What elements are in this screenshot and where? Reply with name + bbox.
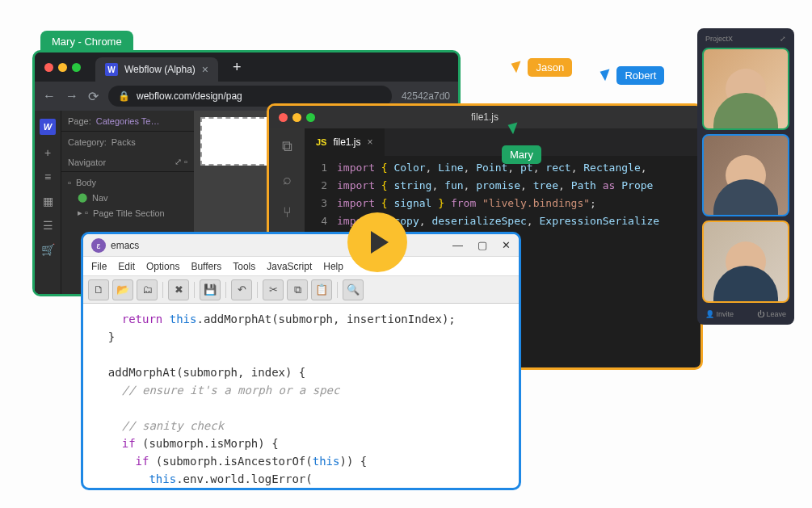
cart-icon[interactable]: 🛒 [41,243,55,256]
back-icon[interactable]: ← [43,89,56,103]
tab-close-icon[interactable]: × [367,136,372,148]
webflow-sidebar: W + ≡ ▦ ☰ 🛒 [35,111,61,294]
emacs-titlebar: ε emacs — ▢ ✕ [83,234,519,257]
vscode-titlebar: file1.js [269,106,701,128]
minimize-icon[interactable] [292,113,301,122]
window-title: emacs [111,240,139,251]
video-tile-jason[interactable] [702,220,789,303]
play-button[interactable] [347,212,407,272]
cursor-icon [600,67,614,81]
menu-bar: File Edit Options Buffers Tools JavaScri… [83,257,519,276]
avatar [726,241,766,282]
webflow-favicon-icon: W [105,63,118,76]
tab-close-icon[interactable]: × [202,63,208,76]
menu-help[interactable]: Help [323,261,343,272]
explorer-icon[interactable]: ⧉ [282,138,292,155]
settings-icon[interactable]: ▦ [43,195,53,208]
folder-icon[interactable]: 🗂 [137,279,158,300]
cut-icon[interactable]: ✂ [263,279,284,300]
collapse-icon[interactable]: ⤢ ▫ [175,157,187,167]
cursor-icon [508,120,522,134]
navigator-label: Navigator [68,157,106,167]
video-header: ProjectX ⤢ [702,33,789,48]
menu-buffers[interactable]: Buffers [191,261,221,272]
layers-icon[interactable]: ≡ [44,170,51,183]
tree-item-nav[interactable]: ⬤ Nav [61,190,194,205]
maximize-icon[interactable] [72,63,81,72]
tree-item-body[interactable]: ▫ Body [61,175,194,190]
webflow-logo-icon[interactable]: W [40,119,56,135]
paste-icon[interactable]: 📋 [311,279,332,300]
editor-tab-file1[interactable]: JS file1.js × [305,128,385,156]
cursor-mary: Mary [510,121,541,164]
close-icon[interactable] [279,113,288,122]
page-value[interactable]: Categories Te… [96,116,160,126]
emacs-window: ε emacs — ▢ ✕ File Edit Options Buffers … [81,232,521,490]
emacs-editor[interactable]: return this.addMorphAt(submorph, inserti… [83,304,519,490]
page-label: Page: [68,116,91,126]
browser-tab[interactable]: W Webflow (Alpha) × [95,57,218,82]
chrome-tabbar: W Webflow (Alpha) × + [35,52,458,82]
search-icon[interactable]: ⌕ [283,171,292,188]
webflow-category: Category: Packs [61,132,194,153]
open-icon[interactable]: 📂 [112,279,133,300]
leave-button[interactable]: ⏻ Leave [757,310,786,318]
video-tile-mary[interactable] [702,48,789,130]
element-tree: ▫ Body ⬤ Nav ▸ ▫ Page Title Section [61,172,194,224]
traffic-lights [44,63,81,72]
forward-icon[interactable]: → [65,89,78,103]
reload-icon[interactable]: ⟳ [88,89,99,104]
webflow-breadcrumb: Page: Categories Te… [61,111,194,132]
cursor-robert: Robert [602,66,664,85]
menu-tools[interactable]: Tools [233,261,255,272]
video-panel: ProjectX ⤢ 👤 Invite ⏻ Leave [697,28,794,325]
minimize-icon[interactable] [58,63,67,72]
cursor-label: Robert [616,66,664,85]
cursor-label: Mary [502,145,541,164]
menu-file[interactable]: File [91,261,107,272]
tab-title: Webflow (Alpha) [124,64,196,75]
add-icon[interactable]: + [44,146,51,159]
cursor-label: Jason [528,58,572,77]
emacs-logo-icon: ε [91,238,106,253]
video-tile-robert[interactable] [702,134,789,216]
close-file-icon[interactable]: ✖ [168,279,189,300]
menu-options[interactable]: Options [146,261,179,272]
play-icon [371,231,389,254]
category-value: Packs [111,137,136,147]
close-icon[interactable] [44,63,53,72]
lock-icon: 🔒 [118,90,130,102]
url-text: webflow.com/design/pag [137,90,242,102]
invite-button[interactable]: 👤 Invite [705,310,734,318]
tree-item-page-title[interactable]: ▸ ▫ Page Title Section [61,205,194,220]
tool-bar: 🗋 📂 🗂 ✖ 💾 ↶ ✂ ⧉ 📋 🔍 [83,276,519,304]
expand-icon[interactable]: ⤢ [780,35,786,43]
category-label: Category: [68,137,107,147]
menu-javascript[interactable]: JavaScript [267,261,312,272]
search-icon[interactable]: 🔍 [343,279,364,300]
source-control-icon[interactable]: ⑂ [283,204,292,221]
close-icon[interactable]: ✕ [502,239,511,251]
minimize-icon[interactable]: — [452,239,463,251]
window-title: file1.js [471,111,499,123]
cursor-jason: Jason [513,58,572,77]
new-file-icon[interactable]: 🗋 [88,279,109,300]
url-hash: 42542a7d0 [402,90,450,102]
undo-icon[interactable]: ↶ [231,279,252,300]
maximize-icon[interactable] [306,113,315,122]
tab-label: file1.js [333,136,360,148]
copy-icon[interactable]: ⧉ [287,279,308,300]
database-icon[interactable]: ☰ [43,219,53,232]
cursor-icon [511,59,525,73]
new-tab-button[interactable]: + [233,59,242,76]
project-name: ProjectX [705,35,733,43]
traffic-lights [279,113,315,122]
save-icon[interactable]: 💾 [200,279,221,300]
window-tab-mary: Mary - Chrome [40,31,133,52]
menu-edit[interactable]: Edit [118,261,135,272]
maximize-icon[interactable]: ▢ [478,239,487,251]
navigator-header: Navigator ⤢ ▫ [61,153,194,172]
avatar [726,155,766,195]
video-footer: 👤 Invite ⏻ Leave [702,307,789,320]
avatar [726,69,766,109]
